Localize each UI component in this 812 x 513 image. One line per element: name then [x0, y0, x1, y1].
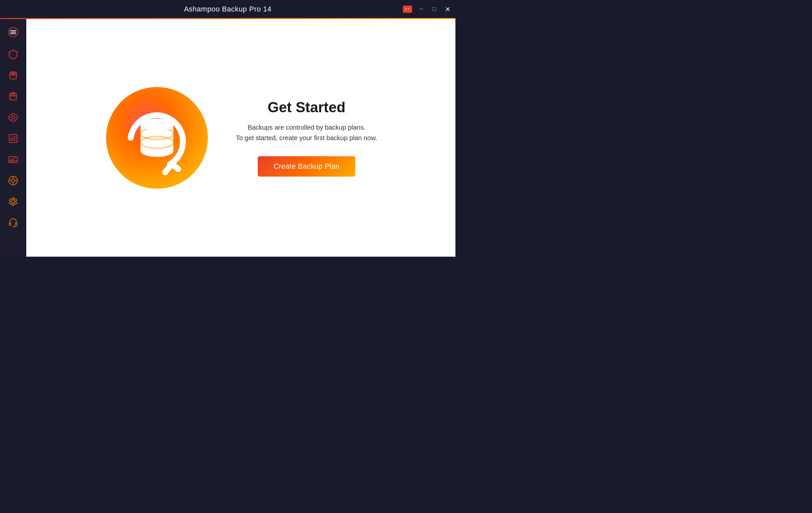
backup-hero-svg [105, 85, 209, 190]
backup-icon [8, 70, 19, 81]
get-started-description: Backups are controlled by backup plans. … [236, 122, 377, 143]
restore-icon [8, 91, 19, 102]
create-backup-plan-button[interactable]: Create Backup Plan [258, 156, 355, 177]
menu-icon [8, 27, 19, 37]
svg-point-17 [10, 161, 11, 162]
main-content: Get Started Backups are controlled by ba… [26, 19, 456, 256]
svg-point-35 [141, 119, 173, 131]
app-title: Ashampoo Backup Pro 14 [184, 5, 271, 13]
sidebar-item-monitor[interactable] [3, 108, 23, 127]
window-controls: − □ ✕ [403, 5, 452, 13]
sidebar-item-settings[interactable] [3, 192, 23, 211]
sidebar [0, 19, 26, 256]
svg-point-28 [13, 226, 14, 227]
svg-rect-27 [16, 223, 17, 225]
eye-icon [8, 112, 19, 123]
svg-point-25 [11, 200, 15, 203]
sidebar-item-menu[interactable] [3, 22, 23, 42]
account-icon [8, 175, 19, 186]
get-started-text-section: Get Started Backups are controlled by ba… [236, 99, 377, 177]
svg-rect-26 [9, 223, 11, 225]
sidebar-item-restore[interactable] [3, 87, 23, 107]
hero-illustration [105, 85, 209, 190]
get-started-container: Get Started Backups are controlled by ba… [105, 85, 377, 190]
maximize-button[interactable]: □ [431, 5, 438, 13]
shield-icon [8, 49, 19, 60]
svg-point-20 [11, 179, 15, 182]
sidebar-item-drive-check[interactable] [3, 150, 23, 169]
tasklist-icon [8, 133, 19, 144]
drive-check-icon [8, 154, 19, 165]
gear-icon [8, 196, 19, 207]
titlebar: Ashampoo Backup Pro 14 − □ ✕ [0, 0, 456, 18]
sidebar-item-protection[interactable] [3, 44, 23, 64]
sidebar-item-tasks[interactable] [3, 129, 23, 148]
sidebar-item-backup[interactable] [3, 66, 23, 85]
svg-point-10 [11, 116, 15, 119]
main-layout: Get Started Backups are controlled by ba… [0, 19, 456, 256]
svg-point-18 [12, 161, 13, 162]
notification-icon[interactable] [403, 6, 412, 13]
minimize-button[interactable]: − [417, 5, 425, 13]
close-button[interactable]: ✕ [443, 5, 452, 13]
sidebar-item-account[interactable] [3, 171, 23, 190]
sidebar-item-support[interactable] [3, 213, 23, 232]
support-icon [8, 217, 19, 228]
get-started-heading: Get Started [236, 99, 377, 116]
